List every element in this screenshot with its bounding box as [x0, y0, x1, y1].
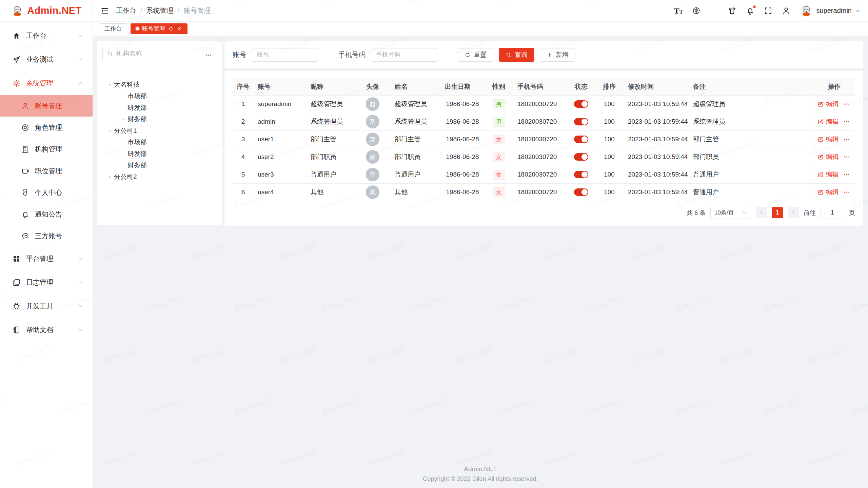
cell-gender: 男	[484, 113, 513, 130]
caret-down-icon[interactable]	[105, 128, 114, 134]
pagination-goto-input[interactable]	[821, 207, 844, 219]
caret-right-icon[interactable]	[119, 117, 127, 122]
sidebar-item-9-chat[interactable]: 三方账号	[0, 225, 93, 247]
user-menu[interactable]: superadmin	[800, 4, 861, 17]
cell-phone: 18020030720	[513, 95, 568, 113]
caret-right-icon[interactable]	[105, 174, 114, 180]
org-more-button[interactable]: ...	[201, 47, 216, 60]
sidebar-item-5-org[interactable]: 机构管理	[0, 138, 93, 160]
page-size-select[interactable]: 10条/页	[710, 207, 751, 219]
sidebar-item-7-profile[interactable]: 个人中心	[0, 182, 93, 203]
account-label: 账号	[233, 50, 246, 59]
tab-workbench[interactable]: 工作台	[99, 23, 127, 34]
tree-node-4[interactable]: 分公司1	[102, 125, 216, 137]
table-column-header-6: 性别	[484, 78, 513, 95]
reset-button[interactable]: 重置	[458, 48, 493, 62]
caret-down-icon[interactable]	[105, 82, 114, 87]
tree-node-2[interactable]: 研发部	[102, 102, 216, 114]
edit-button[interactable]: 编辑	[817, 135, 839, 144]
tree-node-0[interactable]: 大名科技	[102, 79, 216, 90]
cell-sort: 100	[595, 95, 624, 113]
tree-node-7[interactable]: 财务部	[102, 160, 216, 171]
row-more-button[interactable]	[843, 153, 850, 161]
status-toggle[interactable]	[574, 171, 588, 178]
tree-node-8[interactable]: 分公司2	[102, 171, 216, 183]
reset-label: 重置	[474, 50, 487, 59]
table-column-header-9: 排序	[595, 78, 624, 95]
cell-operations: 编辑	[813, 183, 855, 201]
row-more-button[interactable]	[843, 100, 850, 108]
query-button[interactable]: 查询	[499, 48, 534, 62]
sidebar-item-label: 通知公告	[35, 210, 84, 219]
sidebar-item-label: 工作台	[26, 31, 78, 40]
sidebar-item-11-logs[interactable]: 日志管理	[0, 270, 93, 294]
edit-button[interactable]: 编辑	[817, 188, 839, 197]
footer: Admin.NET Copyright © 2022 Dilon All rig…	[93, 465, 868, 483]
org-search-input[interactable]: 机构名称	[102, 47, 197, 60]
sidebar-item-2-gear[interactable]: 系统管理	[0, 71, 93, 95]
font-size-icon[interactable]: TT	[674, 6, 683, 15]
row-more-button[interactable]	[843, 171, 850, 178]
phone-input[interactable]	[371, 48, 437, 62]
cell-remark: 系统管理员	[689, 113, 813, 130]
cell-nickname: 部门职员	[307, 148, 355, 166]
theme-icon[interactable]	[728, 6, 736, 15]
table-column-header-11: 备注	[689, 78, 813, 95]
sidebar-item-12-devtools[interactable]: 开发工具	[0, 294, 93, 318]
tree-node-5[interactable]: 市场部	[102, 137, 216, 148]
sidebar-item-4-role[interactable]: 角色管理	[0, 117, 93, 138]
cell-account: user4	[254, 183, 307, 201]
cell-account: user1	[254, 130, 307, 148]
tree-node-3[interactable]: 财务部	[102, 114, 216, 125]
sidebar-item-13-docs[interactable]: 帮助文档	[0, 318, 93, 342]
edit-button[interactable]: 编辑	[817, 152, 839, 161]
pagination-prev-button[interactable]	[756, 207, 767, 218]
status-toggle[interactable]	[574, 100, 588, 108]
cell-operations: 编辑	[813, 148, 855, 166]
add-button[interactable]: 新增	[540, 48, 575, 62]
cell-nickname: 普通用户	[307, 166, 355, 183]
cell-sort: 100	[595, 183, 624, 201]
pagination-next-button[interactable]	[788, 207, 799, 218]
breadcrumb-item-system[interactable]: 系统管理	[146, 6, 174, 15]
logo[interactable]: Admin.NET	[0, 0, 93, 22]
sidebar-item-6-position[interactable]: 职位管理	[0, 160, 93, 182]
status-toggle[interactable]	[574, 188, 588, 196]
more-ellipsis-icon: ...	[205, 50, 212, 57]
status-toggle[interactable]	[574, 153, 588, 161]
sidebar-item-label: 个人中心	[35, 188, 84, 197]
row-more-button[interactable]	[843, 188, 850, 196]
language-icon[interactable]	[692, 6, 701, 15]
sidebar-item-1-send[interactable]: 业务测试	[0, 47, 93, 71]
tree-node-1[interactable]: 市场部	[102, 90, 216, 102]
cell-account: user2	[254, 148, 307, 166]
account-input[interactable]	[252, 48, 318, 62]
status-toggle[interactable]	[574, 118, 588, 125]
sidebar-collapse-icon[interactable]	[100, 6, 109, 15]
edit-button[interactable]: 编辑	[817, 117, 839, 126]
cell-operations: 编辑	[813, 113, 855, 130]
notification-bell-icon[interactable]	[746, 6, 754, 15]
sidebar-item-3-user[interactable]: 账号管理	[0, 95, 93, 117]
row-more-button[interactable]	[843, 136, 850, 143]
app-layout: Admin.NET 工作台业务测试系统管理账号管理角色管理机构管理职位管理个人中…	[0, 0, 868, 488]
home-icon	[12, 32, 21, 40]
sidebar-item-0-home[interactable]: 工作台	[0, 24, 93, 47]
user-avatar	[800, 4, 813, 17]
tab-close-icon[interactable]	[177, 26, 182, 32]
pagination-page-1[interactable]: 1	[772, 207, 783, 218]
tab-refresh-icon[interactable]	[168, 26, 174, 32]
person-icon[interactable]	[782, 6, 790, 15]
sidebar-item-8-bell[interactable]: 通知公告	[0, 203, 93, 225]
tree-node-6[interactable]: 研发部	[102, 148, 216, 160]
breadcrumb-item-workbench[interactable]: 工作台	[116, 6, 136, 15]
global-search-icon[interactable]	[710, 6, 718, 15]
sidebar-item-10-platform[interactable]: 平台管理	[0, 247, 93, 270]
fullscreen-icon[interactable]	[764, 6, 772, 15]
edit-button[interactable]: 编辑	[817, 100, 839, 108]
pagination: 共 6 条 10条/页 1 前往 页	[233, 207, 855, 219]
tab-account-management[interactable]: 账号管理	[131, 23, 188, 34]
row-more-button[interactable]	[843, 118, 850, 125]
status-toggle[interactable]	[574, 136, 588, 143]
edit-button[interactable]: 编辑	[817, 170, 839, 179]
